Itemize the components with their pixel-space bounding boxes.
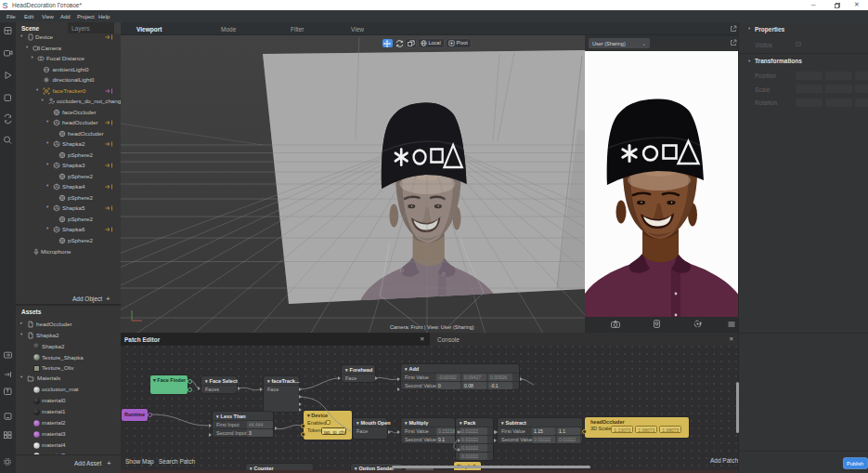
svg-text:S: S xyxy=(3,1,8,9)
